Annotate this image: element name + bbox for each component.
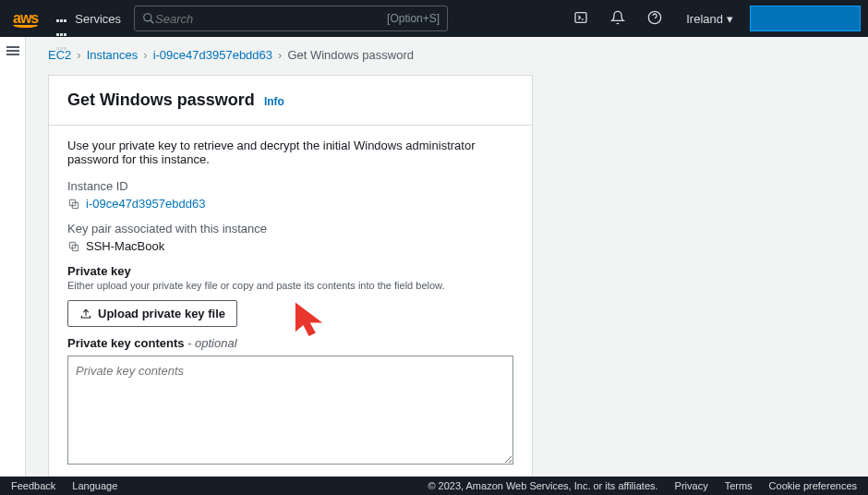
footer-terms[interactable]: Terms: [725, 480, 753, 491]
footer-privacy[interactable]: Privacy: [675, 480, 708, 491]
region-label: Ireland: [686, 12, 723, 26]
private-key-contents-label: Private key contents - optional: [67, 336, 513, 350]
help-icon[interactable]: [640, 5, 669, 33]
page-title: Get Windows password: [67, 91, 255, 110]
aws-logo[interactable]: aws: [7, 10, 43, 28]
chevron-down-icon: ▾: [727, 12, 733, 26]
search-shortcut: [Option+S]: [387, 12, 440, 25]
info-link[interactable]: Info: [264, 95, 284, 108]
private-key-hint: Either upload your private key file or c…: [67, 280, 513, 291]
footer: Feedback Language © 2023, Amazon Web Ser…: [0, 477, 868, 495]
footer-cookies[interactable]: Cookie preferences: [769, 480, 857, 491]
footer-feedback[interactable]: Feedback: [11, 480, 55, 491]
global-search[interactable]: [Option+S]: [134, 6, 448, 31]
instance-id-value[interactable]: i-09ce47d3957ebdd63: [86, 197, 205, 211]
svg-point-0: [144, 14, 151, 21]
main-content: EC2 › Instances › i-09ce47d3957ebdd63 › …: [26, 37, 868, 477]
private-key-label: Private key: [67, 264, 513, 278]
chevron-right-icon: ›: [143, 48, 147, 62]
chevron-right-icon: ›: [77, 48, 80, 62]
footer-copyright: © 2023, Amazon Web Services, Inc. or its…: [428, 480, 657, 491]
cloudshell-icon[interactable]: [566, 5, 596, 33]
breadcrumb-instances[interactable]: Instances: [87, 48, 139, 62]
keypair-label: Key pair associated with this instance: [67, 222, 513, 235]
panel-description: Use your private key to retrieve and dec…: [67, 139, 513, 166]
keypair-value: SSH-MacBook: [86, 239, 164, 253]
grid-icon: [56, 12, 69, 25]
services-label: Services: [75, 12, 121, 26]
private-key-contents-textarea[interactable]: [67, 356, 513, 465]
upload-button-label: Upload private key file: [98, 307, 225, 320]
instance-id-label: Instance ID: [67, 179, 513, 193]
account-menu[interactable]: [750, 6, 861, 31]
copy-icon[interactable]: [67, 198, 80, 211]
breadcrumb-instance-id[interactable]: i-09ce47d3957ebdd63: [153, 48, 272, 62]
notifications-icon[interactable]: [603, 5, 633, 33]
hamburger-icon[interactable]: [6, 44, 19, 57]
breadcrumb-ec2[interactable]: EC2: [48, 48, 71, 62]
services-menu[interactable]: Services: [51, 8, 127, 30]
svg-line-1: [151, 20, 154, 24]
region-selector[interactable]: Ireland ▾: [677, 12, 742, 26]
breadcrumb: EC2 › Instances › i-09ce47d3957ebdd63 › …: [48, 48, 846, 62]
top-nav: aws Services [Option+S] Ireland ▾: [0, 0, 868, 37]
footer-language[interactable]: Language: [72, 480, 117, 491]
search-icon: [142, 12, 155, 25]
upload-icon: [79, 308, 92, 320]
search-input[interactable]: [155, 12, 387, 26]
breadcrumb-current: Get Windows password: [287, 48, 414, 62]
upload-private-key-button[interactable]: Upload private key file: [67, 300, 237, 327]
chevron-right-icon: ›: [278, 48, 282, 62]
get-password-panel: Get Windows password Info Use your priva…: [48, 75, 533, 477]
copy-icon[interactable]: [67, 240, 80, 253]
panel-header: Get Windows password Info: [49, 76, 532, 126]
left-rail: [0, 37, 26, 477]
